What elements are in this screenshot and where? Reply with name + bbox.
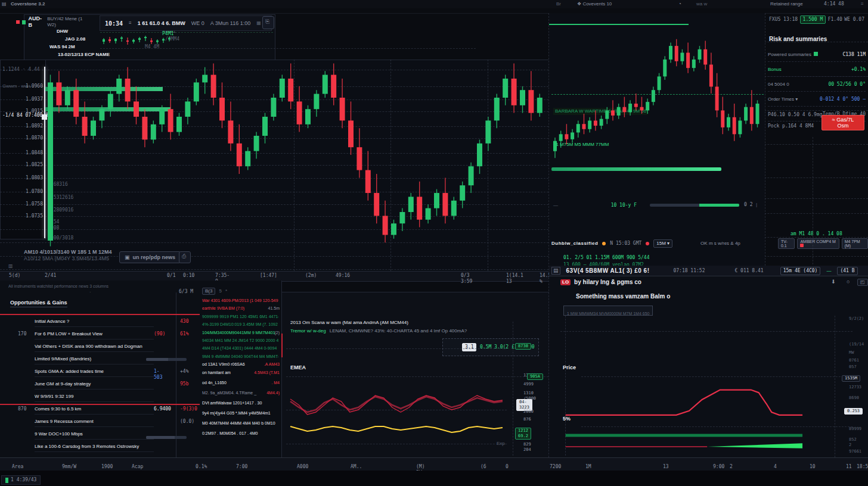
- bottom-axis-label: 13: [663, 464, 669, 470]
- bottom-axis-label: 0.1%: [196, 464, 207, 470]
- bottom-axis-label: 18:51: [857, 464, 868, 470]
- bottom-axis-label: Acap: [132, 464, 143, 470]
- status-text: 1 4:39/43: [11, 477, 36, 483]
- br-axis-label: MW: [849, 350, 854, 356]
- bottom-axis-label: 9mm/W: [62, 464, 76, 470]
- bottom-axis-label: A000: [297, 464, 308, 470]
- status-chip[interactable]: 1 4:39/43: [1, 475, 41, 485]
- br-axis-label: 12733: [849, 385, 861, 390]
- br-axis-label: 852 2: [849, 437, 857, 448]
- bottom-axis-label: 9:00: [713, 464, 724, 470]
- br-axis-label: 0761: [849, 358, 859, 363]
- br-axis-label: 9/2(2): [849, 316, 864, 322]
- bottom-axis-label: (6: [480, 464, 486, 470]
- bottom-axis-label: 7:00: [236, 464, 247, 470]
- br-axis-label: 1535M: [842, 375, 860, 382]
- bottom-axis-label: 10: [810, 464, 816, 470]
- bottom-axis-label: 11: [846, 464, 852, 470]
- br-axis-label: (19/14: [849, 342, 864, 347]
- bottom-axis-label: Area: [12, 464, 23, 470]
- bottom-axis-label: 1M: [585, 464, 591, 470]
- br-axis-label: 057: [849, 364, 857, 370]
- trading-terminal: ▤ Coverstone 3.2 Br ❖ Covevents 10 ◔ wa …: [0, 0, 868, 486]
- status-green-icon: [5, 478, 8, 483]
- br-axis-label: 89999: [849, 426, 861, 432]
- bottom-axis-label: 7200: [550, 464, 561, 470]
- bottom-axis: [0, 457, 868, 472]
- bottom-axis-label: 0: [506, 464, 509, 470]
- br-axis-label: 0.253: [844, 408, 863, 415]
- status-bar: [0, 471, 868, 486]
- bottom-axis-label: 2: [730, 464, 733, 470]
- bottom-axis-label: 1900: [101, 464, 113, 470]
- bottom-axis-label: AM..: [351, 464, 362, 470]
- br-axis-label: 97661: [849, 449, 861, 454]
- br-axis-label: 8690: [849, 395, 859, 401]
- bottom-axis-label: 4: [774, 464, 777, 470]
- br-lines: [0, 0, 868, 471]
